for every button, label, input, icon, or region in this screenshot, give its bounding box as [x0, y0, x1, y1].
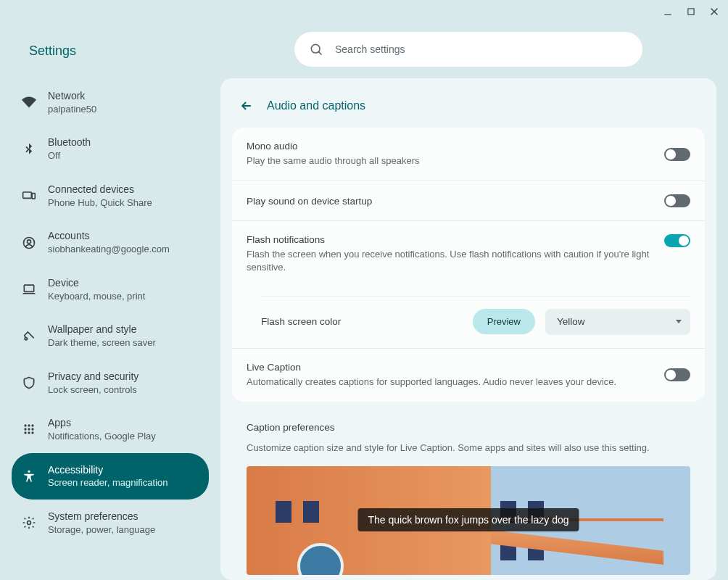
sidebar-nav: Networkpalpatine50 BluetoothOff Connecte…	[12, 79, 209, 546]
row-title: Flash notifications	[247, 234, 653, 245]
row-desc: Play the same audio through all speakers	[247, 154, 653, 167]
flash-color-select[interactable]: Yellow	[545, 309, 690, 335]
svg-point-16	[31, 432, 33, 434]
svg-point-9	[28, 425, 30, 427]
search-input[interactable]	[335, 44, 637, 55]
sidebar-item-system[interactable]: System preferencesStorage, power, langua…	[12, 500, 209, 546]
palette-icon	[22, 328, 36, 343]
window-close-button[interactable]	[709, 7, 719, 17]
toggle-mono-audio[interactable]	[664, 148, 690, 161]
row-title: Play sound on device startup	[247, 196, 653, 207]
gear-icon	[22, 515, 36, 530]
row-mono-audio[interactable]: Mono audio Play the same audio through a…	[232, 128, 705, 181]
window-titlebar	[0, 0, 728, 23]
devices-icon	[22, 188, 36, 203]
app-title: Settings	[12, 23, 209, 79]
nav-label: Network	[48, 89, 96, 103]
caption-preview: The quick brown fox jumps over the lazy …	[247, 466, 690, 575]
accessibility-icon	[22, 469, 36, 484]
svg-point-5	[28, 239, 31, 243]
sidebar-item-apps[interactable]: AppsNotifications, Google Play	[12, 406, 209, 452]
sidebar-item-privacy[interactable]: Privacy and securityLock screen, control…	[12, 360, 209, 406]
sidebar-item-connected-devices[interactable]: Connected devicesPhone Hub, Quick Share	[12, 173, 209, 219]
svg-rect-2	[23, 192, 32, 198]
flash-color-label: Flash screen color	[261, 316, 463, 327]
row-startup-sound[interactable]: Play sound on device startup	[232, 181, 705, 221]
svg-point-19	[311, 44, 320, 53]
row-desc: Automatically creates captions for suppo…	[247, 376, 653, 389]
page-title: Audio and captions	[267, 99, 365, 112]
flash-color-value: Yellow	[557, 316, 585, 327]
wifi-icon	[22, 95, 36, 109]
back-button[interactable]	[238, 97, 255, 115]
svg-point-12	[28, 428, 30, 431]
settings-card: Mono audio Play the same audio through a…	[232, 128, 705, 402]
sidebar-item-accounts[interactable]: Accountssiobhankeating@google.com	[12, 219, 209, 265]
svg-rect-3	[32, 194, 35, 199]
window-maximize-button[interactable]	[686, 7, 696, 17]
svg-rect-0	[664, 14, 671, 15]
svg-point-18	[28, 521, 31, 525]
svg-point-15	[28, 432, 30, 434]
subrow-flash-color: Flash screen color Preview Yellow	[261, 297, 690, 335]
settings-panel: Audio and captions Mono audio Play the s…	[220, 78, 716, 580]
caption-preferences-desc: Customize caption size and style for Liv…	[232, 437, 705, 466]
svg-point-17	[28, 470, 30, 472]
sidebar-item-device[interactable]: DeviceKeyboard, mouse, print	[12, 266, 209, 312]
caption-sample-text: The quick brown fox jumps over the lazy …	[357, 508, 579, 531]
row-title: Live Caption	[247, 362, 653, 373]
svg-rect-6	[24, 285, 33, 291]
apps-grid-icon	[22, 422, 36, 436]
bluetooth-icon	[22, 142, 36, 157]
chevron-down-icon	[676, 320, 682, 323]
svg-rect-1	[688, 9, 694, 14]
svg-point-11	[24, 428, 26, 431]
toggle-live-caption[interactable]	[664, 368, 690, 381]
sidebar-item-bluetooth[interactable]: BluetoothOff	[12, 125, 209, 172]
laptop-icon	[22, 282, 36, 297]
sidebar-item-wallpaper[interactable]: Wallpaper and styleDark theme, screen sa…	[12, 312, 209, 359]
row-flash-notifications: Flash notifications Flash the screen whe…	[232, 221, 705, 348]
toggle-flash-notifications[interactable]	[664, 234, 690, 247]
caption-preferences-heading: Caption preferences	[232, 402, 705, 437]
row-desc: Flash the screen when you receive notifi…	[247, 248, 653, 274]
sidebar-item-accessibility[interactable]: AccessibilityScreen reader, magnificatio…	[12, 453, 209, 500]
search-box[interactable]	[294, 32, 642, 67]
row-live-caption[interactable]: Live Caption Automatically creates capti…	[232, 349, 705, 402]
svg-point-13	[31, 428, 33, 431]
search-icon	[309, 42, 323, 57]
svg-point-7	[25, 338, 27, 340]
svg-point-10	[31, 425, 33, 427]
sidebar-item-network[interactable]: Networkpalpatine50	[12, 79, 209, 125]
row-title: Mono audio	[247, 141, 653, 152]
flash-preview-button[interactable]: Preview	[473, 309, 535, 334]
nav-sub: palpatine50	[48, 103, 96, 116]
shield-icon	[22, 376, 36, 390]
svg-point-8	[24, 425, 26, 427]
account-icon	[22, 236, 36, 250]
window-minimize-button[interactable]	[663, 7, 673, 17]
toggle-startup-sound[interactable]	[664, 194, 690, 207]
svg-point-14	[24, 432, 26, 434]
